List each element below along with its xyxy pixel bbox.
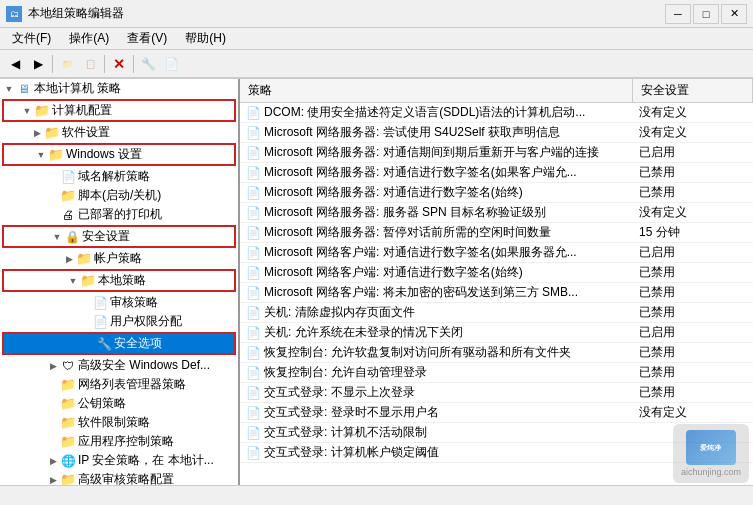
setting-cell: 已禁用 (633, 343, 753, 362)
tree-node-software-settings[interactable]: ▶ 📁 软件设置 (0, 123, 238, 142)
software-restriction-icon: 📁 (60, 415, 76, 431)
policy-row-icon: 📄 (246, 446, 260, 460)
software-settings-toggle: ▶ (30, 126, 44, 140)
tree-toggle-button[interactable]: 📋 (79, 53, 101, 75)
policy-cell: 📄 Microsoft 网络服务器: 对通信进行数字签名(始终) (240, 183, 633, 202)
advanced-audit-toggle: ▶ (46, 473, 60, 486)
show-tree-button[interactable]: 📁 (56, 53, 78, 75)
back-button[interactable]: ◀ (4, 53, 26, 75)
tree-node-app-control[interactable]: ▶ 📁 应用程序控制策略 (0, 432, 238, 451)
window-controls: ─ □ ✕ (665, 4, 747, 24)
policy-row-icon: 📄 (246, 426, 260, 440)
policy-cell: 📄 Microsoft 网络客户端: 将未加密的密码发送到第三方 SMB... (240, 283, 633, 302)
tree-node-public-key[interactable]: ▶ 📁 公钥策略 (0, 394, 238, 413)
tree-node-computer-config[interactable]: ▼ 📁 计算机配置 (4, 101, 234, 120)
tree-root[interactable]: ▼ 🖥 本地计算机 策略 (0, 79, 238, 98)
table-row[interactable]: 📄 Microsoft 网络服务器: 服务器 SPN 目标名称验证级别 没有定义 (240, 203, 753, 223)
tree-node-printer[interactable]: ▶ 🖨 已部署的打印机 (0, 205, 238, 224)
user-rights-icon: 📄 (92, 314, 108, 330)
right-header: 策略 安全设置 (240, 79, 753, 103)
setting-cell: 没有定义 (633, 403, 753, 422)
table-row[interactable]: 📄 Microsoft 网络服务器: 对通信进行数字签名(如果客户端允... 已… (240, 163, 753, 183)
policy-column-header[interactable]: 策略 (240, 79, 633, 102)
delete-button[interactable]: ✕ (108, 53, 130, 75)
policy-cell: 📄 Microsoft 网络服务器: 对通信期间到期后重新开与客户端的连接 (240, 143, 633, 162)
table-row[interactable]: 📄 Microsoft 网络服务器: 尝试使用 S4U2Self 获取声明信息 … (240, 123, 753, 143)
computer-config-label: 计算机配置 (52, 102, 112, 119)
tree-node-windows-settings[interactable]: ▼ 📁 Windows 设置 (4, 145, 234, 164)
public-key-icon: 📁 (60, 396, 76, 412)
table-row[interactable]: 📄 恢复控制台: 允许自动管理登录 已禁用 (240, 363, 753, 383)
table-row[interactable]: 📄 交互式登录: 计算机不活动限制 (240, 423, 753, 443)
computer-config-icon: 📁 (34, 103, 50, 119)
policy-cell: 📄 恢复控制台: 允许自动管理登录 (240, 363, 633, 382)
table-row[interactable]: 📄 交互式登录: 登录时不显示用户名 没有定义 (240, 403, 753, 423)
table-row[interactable]: 📄 Microsoft 网络客户端: 对通信进行数字签名(如果服务器允... 已… (240, 243, 753, 263)
minimize-button[interactable]: ─ (665, 4, 691, 24)
security-settings-toggle: ▼ (50, 230, 64, 244)
policy-cell: 📄 Microsoft 网络客户端: 对通信进行数字签名(始终) (240, 263, 633, 282)
security-settings-icon: 🔒 (64, 229, 80, 245)
scripts-icon: 📁 (60, 188, 76, 204)
windows-settings-toggle: ▼ (34, 148, 48, 162)
tree-node-scripts[interactable]: ▶ 📁 脚本(启动/关机) (0, 186, 238, 205)
tree-node-advanced-audit[interactable]: ▶ 📁 高级审核策略配置 (0, 470, 238, 485)
root-toggle: ▼ (2, 82, 16, 96)
setting-column-header[interactable]: 安全设置 (633, 79, 753, 102)
policy-cell: 📄 交互式登录: 计算机不活动限制 (240, 423, 633, 442)
toolbar-separator-2 (104, 55, 105, 73)
table-row[interactable]: 📄 交互式登录: 计算机帐户锁定阈值 (240, 443, 753, 463)
policy-row-icon: 📄 (246, 286, 260, 300)
tree-node-network-list[interactable]: ▶ 📁 网络列表管理器策略 (0, 375, 238, 394)
table-row[interactable]: 📄 DCOM: 使用安全描述符定义语言(SDDL)语法的计算机启动... 没有定… (240, 103, 753, 123)
toolbar: ◀ ▶ 📁 📋 ✕ 🔧 📄 (0, 50, 753, 78)
table-row[interactable]: 📄 Microsoft 网络服务器: 对通信期间到期后重新开与客户端的连接 已启… (240, 143, 753, 163)
menu-view[interactable]: 查看(V) (119, 28, 175, 49)
forward-button[interactable]: ▶ (27, 53, 49, 75)
maximize-button[interactable]: □ (693, 4, 719, 24)
local-policy-icon: 📁 (80, 273, 96, 289)
dns-icon: 📄 (60, 169, 76, 185)
policy-row-icon: 📄 (246, 306, 260, 320)
properties-button[interactable]: 🔧 (137, 53, 159, 75)
tree-node-software-restriction[interactable]: ▶ 📁 软件限制策略 (0, 413, 238, 432)
right-panel: 策略 安全设置 📄 DCOM: 使用安全描述符定义语言(SDDL)语法的计算机启… (240, 79, 753, 485)
menu-file[interactable]: 文件(F) (4, 28, 59, 49)
window-title: 本地组策略编辑器 (28, 5, 124, 22)
defender-toggle: ▶ (46, 359, 60, 373)
policy-cell: 📄 Microsoft 网络客户端: 对通信进行数字签名(如果服务器允... (240, 243, 633, 262)
export-button[interactable]: 📄 (160, 53, 182, 75)
table-row[interactable]: 📄 Microsoft 网络客户端: 将未加密的密码发送到第三方 SMB... … (240, 283, 753, 303)
table-row[interactable]: 📄 Microsoft 网络客户端: 对通信进行数字签名(始终) 已禁用 (240, 263, 753, 283)
tree-node-security-options[interactable]: ▶ 🔧 安全选项 (4, 334, 234, 353)
tree-node-defender[interactable]: ▶ 🛡 高级安全 Windows Def... (0, 356, 238, 375)
account-policy-icon: 📁 (76, 251, 92, 267)
setting-cell: 已启用 (633, 243, 753, 262)
setting-cell: 已启用 (633, 323, 753, 342)
table-row[interactable]: 📄 Microsoft 网络服务器: 暂停对话前所需的空闲时间数量 15 分钟 (240, 223, 753, 243)
tree-node-audit-policy[interactable]: ▶ 📄 审核策略 (0, 293, 238, 312)
tree-node-user-rights[interactable]: ▶ 📄 用户权限分配 (0, 312, 238, 331)
menu-action[interactable]: 操作(A) (61, 28, 117, 49)
table-row[interactable]: 📄 关机: 允许系统在未登录的情况下关闭 已启用 (240, 323, 753, 343)
defender-icon: 🛡 (60, 358, 76, 374)
setting-cell (633, 452, 753, 454)
table-row[interactable]: 📄 交互式登录: 不显示上次登录 已禁用 (240, 383, 753, 403)
table-row[interactable]: 📄 恢复控制台: 允许软盘复制对访问所有驱动器和所有文件夹 已禁用 (240, 343, 753, 363)
close-button[interactable]: ✕ (721, 4, 747, 24)
tree-node-local-policy[interactable]: ▼ 📁 本地策略 (4, 271, 234, 290)
policy-row-icon: 📄 (246, 166, 260, 180)
policy-row-icon: 📄 (246, 146, 260, 160)
app-control-label: 应用程序控制策略 (78, 433, 174, 450)
toolbar-separator-1 (52, 55, 53, 73)
root-icon: 🖥 (16, 81, 32, 97)
tree-node-account-policy[interactable]: ▶ 📁 帐户策略 (0, 249, 238, 268)
menu-help[interactable]: 帮助(H) (177, 28, 234, 49)
local-policy-toggle: ▼ (66, 274, 80, 288)
setting-cell: 已禁用 (633, 363, 753, 382)
table-row[interactable]: 📄 关机: 清除虚拟内存页面文件 已禁用 (240, 303, 753, 323)
table-row[interactable]: 📄 Microsoft 网络服务器: 对通信进行数字签名(始终) 已禁用 (240, 183, 753, 203)
tree-node-security-settings[interactable]: ▼ 🔒 安全设置 (4, 227, 234, 246)
tree-node-ip-security[interactable]: ▶ 🌐 IP 安全策略，在 本地计... (0, 451, 238, 470)
tree-node-dns-policy[interactable]: ▶ 📄 域名解析策略 (0, 167, 238, 186)
